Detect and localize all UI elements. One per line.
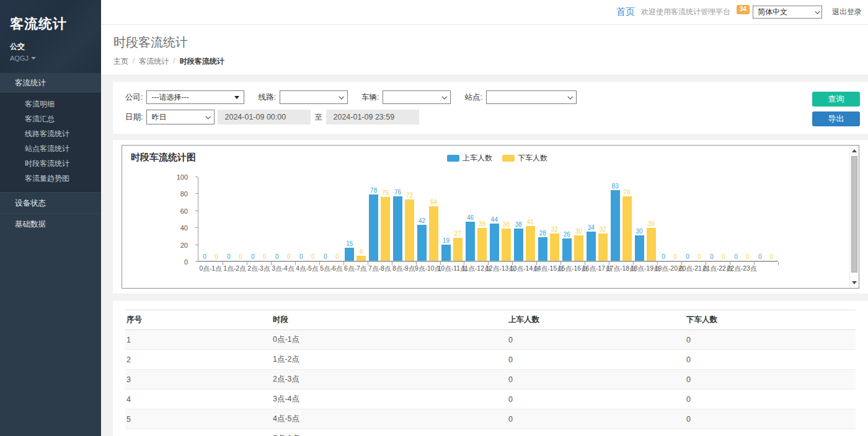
- bar: [405, 199, 414, 261]
- export-button[interactable]: 导出: [812, 111, 860, 126]
- chart-category-slot: 343216点-17点: [585, 177, 609, 261]
- table-body: 10点-1点0021点-2点0032点-3点0043点-4点0054点-5点00…: [125, 330, 856, 436]
- chevron-down-icon: [567, 94, 572, 99]
- sidebar-item-5[interactable]: 客流量趋势图: [0, 171, 101, 186]
- date-range-select[interactable]: 昨日: [146, 110, 215, 124]
- x-axis-label: 0点-1点: [199, 264, 221, 273]
- scrollbar-down-button[interactable]: [850, 278, 859, 287]
- x-axis-label: 7点-8点: [368, 264, 391, 273]
- sidebar-section-base-data[interactable]: 基础数据: [0, 213, 101, 234]
- legend-item-0[interactable]: 上车人数: [447, 153, 492, 164]
- bar-group: 0: [332, 253, 342, 261]
- bar-group: 6: [356, 248, 366, 261]
- sidebar-item-0[interactable]: 客流明细: [0, 97, 101, 111]
- bar: [453, 238, 463, 261]
- bar-value-label: 0: [251, 253, 255, 260]
- date-end-input[interactable]: 2024-01-09 23:59: [326, 110, 419, 124]
- language-select[interactable]: 简体中文: [753, 6, 822, 19]
- x-axis-label: 8点-9点: [392, 264, 415, 273]
- org-name: 公交: [10, 41, 91, 52]
- sidebar: 客流统计 公交 AQGJ 客流统计 客流明细客流汇总线路客流统计站点客流统计时段…: [0, 0, 101, 436]
- scrollbar-thumb[interactable]: [851, 156, 857, 272]
- chart-category-slot: 837617点-18点: [609, 177, 633, 261]
- bar-group: 0: [321, 253, 330, 261]
- bar-value-label: 0: [722, 253, 725, 260]
- bar-group: 19: [441, 237, 451, 261]
- legend-item-1[interactable]: 下车人数: [502, 153, 547, 164]
- bar-group: 0: [767, 253, 776, 261]
- bar-group: 0: [200, 253, 209, 261]
- table-cell: 1点-2点: [272, 350, 507, 370]
- chart-category-slot: 002点-3点: [247, 177, 271, 261]
- bar: [466, 222, 475, 261]
- bar-value-label: 76: [394, 189, 401, 196]
- company-select[interactable]: ---请选择---: [146, 90, 244, 104]
- bar-value-label: 0: [263, 253, 267, 260]
- table-cell: 0: [507, 330, 685, 350]
- sidebar-item-3[interactable]: 站点客流统计: [0, 141, 101, 156]
- date-start-input[interactable]: 2024-01-09 00:00: [218, 110, 311, 124]
- vehicle-select[interactable]: [383, 90, 451, 104]
- bar-group: 0: [743, 253, 752, 261]
- x-axis-label: 3点-4点: [272, 264, 294, 273]
- notification-badge[interactable]: 34: [737, 5, 750, 14]
- bar: [538, 237, 547, 261]
- chart-category-slot: 283214点-15点: [536, 177, 560, 261]
- bar-group: 26: [562, 231, 572, 261]
- bar-group: 83: [611, 183, 620, 261]
- table-column-header-1: 时段: [272, 310, 507, 330]
- date-label: 日期:: [125, 112, 143, 123]
- bar-value-label: 38: [515, 221, 522, 228]
- bar-group: 42: [417, 217, 427, 261]
- legend-label: 下车人数: [518, 153, 547, 164]
- breadcrumb-item-1[interactable]: 客流统计: [139, 56, 169, 67]
- bar-value-label: 76: [624, 189, 631, 196]
- bar-value-label: 75: [382, 190, 389, 196]
- bar-group: 76: [622, 189, 632, 261]
- sidebar-item-4[interactable]: 时段客流统计: [0, 156, 101, 171]
- sidebar-section-passenger-flow[interactable]: 客流统计: [0, 73, 101, 94]
- sidebar-item-2[interactable]: 线路客流统计: [0, 126, 101, 141]
- table-cell: 0: [507, 370, 685, 390]
- bar: [381, 197, 390, 261]
- bar-group: 0: [695, 253, 704, 261]
- bar: [598, 233, 608, 261]
- sidebar-section-device-status[interactable]: 设备状态: [0, 192, 101, 213]
- chart-category-slot: 0020点-21点: [681, 177, 706, 261]
- chart-plot: 000点-1点001点-2点002点-3点003点-4点004点-5点005点-…: [198, 177, 778, 262]
- chart-category-slot: 004点-5点: [295, 177, 319, 261]
- home-link[interactable]: 首页: [616, 6, 635, 18]
- bar-value-label: 0: [686, 253, 689, 260]
- chart-category-slot: 005点-6点: [319, 177, 343, 261]
- bar-value-label: 26: [564, 231, 570, 238]
- table-cell: 0: [507, 409, 685, 429]
- bar-value-label: 39: [648, 220, 655, 227]
- company-select-value: ---请选择---: [151, 92, 188, 103]
- breadcrumb-separator: /: [173, 56, 175, 67]
- query-button[interactable]: 查询: [812, 92, 860, 107]
- vehicle-label: 车辆:: [361, 92, 379, 103]
- bar-group: 0: [284, 253, 293, 261]
- org-selector[interactable]: AQGJ: [10, 54, 91, 62]
- breadcrumb-item-0[interactable]: 主页: [113, 56, 128, 67]
- date-range-select-value: 昨日: [151, 112, 166, 123]
- filter-row-1: 公司: ---请选择--- 线路: 车辆: 站点:: [125, 90, 800, 104]
- bar-group: 30: [574, 228, 583, 261]
- bar: [611, 190, 620, 261]
- main-content: 公司: ---请选择--- 线路: 车辆: 站点: 日期:: [101, 76, 868, 436]
- line-select[interactable]: [280, 90, 348, 104]
- chart-category-slot: 463911点-12点: [464, 177, 488, 261]
- station-select[interactable]: [486, 90, 577, 104]
- scrollbar-up-button[interactable]: [850, 146, 859, 155]
- chart-scrollbar: [849, 146, 859, 288]
- table-row: 43点-4点00: [125, 390, 856, 409]
- bar-value-label: 0: [215, 253, 218, 260]
- bar-value-label: 38: [503, 221, 510, 228]
- bar-value-label: 32: [551, 226, 558, 233]
- logout-link[interactable]: 退出登录: [832, 7, 862, 17]
- chart-category-slot: 263015点-16点: [560, 177, 585, 261]
- sidebar-item-1[interactable]: 客流汇总: [0, 111, 101, 126]
- bar-group: 0: [296, 253, 306, 261]
- y-tick-label: 80: [180, 190, 188, 198]
- chart-category-slot: 000点-1点: [198, 177, 223, 261]
